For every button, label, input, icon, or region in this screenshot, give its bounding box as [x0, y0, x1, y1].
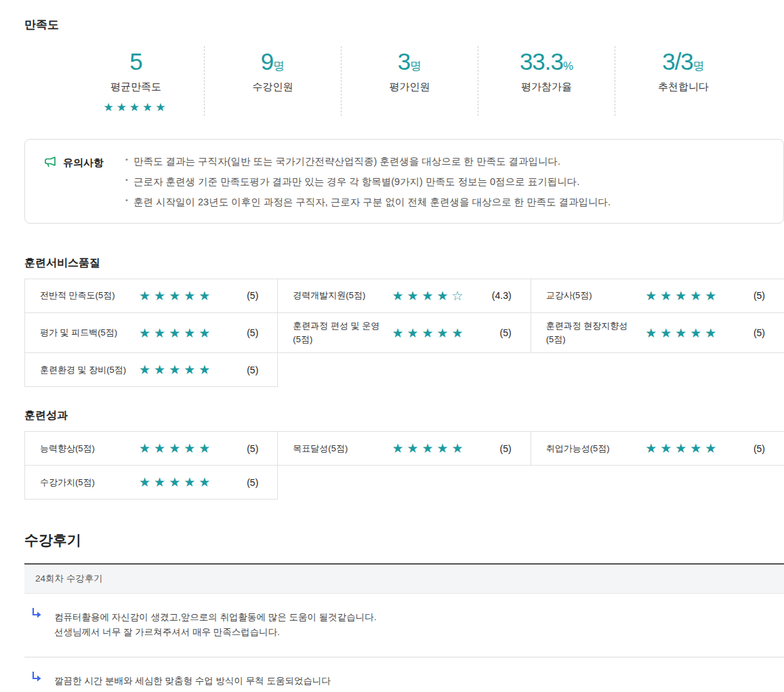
rating-label: 능력향상(5점)	[40, 442, 128, 455]
star-rating-icons: ★★★★★	[634, 325, 731, 341]
notice-title: 유의사항	[63, 157, 104, 169]
rating-cell: 훈련과정 편성 및 운영(5점) ★★★★★ (5)	[278, 313, 531, 353]
star-rating-icons: ★★★★★	[128, 474, 224, 490]
star-rating-icons: ★★★★☆	[381, 288, 477, 304]
table-row: 전반적 만족도(5점) ★★★★★ (5) 경력개발지원(5점) ★★★★☆ (…	[25, 279, 784, 313]
stat-value: 3명	[398, 49, 421, 75]
notice-item: 근로자 훈련생 기준 만족도평가 결과만 있는 경우 각 항목별(9가지) 만족…	[125, 171, 611, 192]
rating-score: (5)	[224, 290, 258, 301]
stat-label: 수강인원	[253, 81, 293, 94]
review-round-header: 24회차 수강후기	[24, 565, 784, 594]
stat-unit: 명	[273, 60, 285, 73]
rating-score: (5)	[731, 290, 765, 301]
reply-arrow-icon	[31, 607, 43, 622]
stat-number: 33.3	[520, 48, 563, 75]
rating-label: 훈련과정 현장지향성(5점)	[546, 319, 634, 346]
review-item: 깔끔한 시간 분배와 세심한 맞춤형 수업 방식이 무척 도움되었습니다	[24, 657, 784, 692]
rating-label: 교강사(5점)	[546, 289, 634, 302]
megaphone-icon	[44, 155, 58, 171]
course-satisfaction-page: 만족도 5 평균만족도 ★★★★★ 9명 수강인원 3명 평가인원	[0, 0, 784, 692]
rating-cell: 평가 및 피드백(5점) ★★★★★ (5)	[25, 313, 278, 353]
stat-number: 9	[261, 48, 273, 75]
rating-score: (5)	[224, 477, 258, 488]
stat-label: 평가참가율	[521, 81, 572, 94]
rating-cell: 훈련환경 및 장비(5점) ★★★★★ (5)	[25, 353, 278, 387]
stat-number: 3	[398, 48, 410, 75]
stat-label: 평균만족도	[110, 81, 161, 94]
rating-score: (5)	[731, 443, 765, 454]
rating-cell: 전반적 만족도(5점) ★★★★★ (5)	[25, 279, 278, 313]
star-rating-icons: ★★★★★	[128, 325, 224, 341]
rating-cell: 취업가능성(5점) ★★★★★ (5)	[531, 432, 784, 466]
rating-label: 경력개발지원(5점)	[293, 289, 381, 302]
stat-participation-rate: 33.3% 평가참가율	[478, 46, 615, 116]
notice-item: 만족도 결과는 구직자(일반 또는 국가기간전략산업직종) 훈련생을 대상으로 …	[125, 151, 611, 171]
rating-cell: 경력개발지원(5점) ★★★★☆ (4.3)	[278, 279, 531, 313]
quality-rating-table: 전반적 만족도(5점) ★★★★★ (5) 경력개발지원(5점) ★★★★☆ (…	[24, 279, 784, 387]
stat-value: 33.3%	[520, 49, 573, 75]
rating-label: 훈련환경 및 장비(5점)	[40, 363, 128, 377]
star-rating-icons: ★★★★★	[634, 288, 731, 304]
rating-cell: 목표달성(5점) ★★★★★ (5)	[278, 432, 531, 466]
rating-label: 수강가치(5점)	[40, 476, 128, 489]
star-rating-icons: ★★★★★	[128, 441, 224, 456]
rating-score: (5)	[731, 327, 765, 338]
star-rating-icons: ★★★★★	[381, 325, 477, 341]
stat-value: 9명	[261, 49, 285, 75]
empty-cell	[531, 353, 784, 387]
outcomes-section-title: 훈련성과	[24, 409, 784, 423]
table-row: 수강가치(5점) ★★★★★ (5)	[25, 466, 784, 500]
rating-score: (5)	[224, 327, 258, 338]
star-rating-icons: ★★★★★	[381, 441, 477, 456]
reviews-box: 24회차 수강후기 컴퓨터활용에 자신감이 생겼고,앞으로의 취업활동에 많은 …	[24, 563, 784, 692]
stat-average-score: 5 평균만족도 ★★★★★	[68, 46, 204, 116]
review-text: 컴퓨터활용에 자신감이 생겼고,앞으로의 취업활동에 많은 도움이 될것같습니다…	[54, 610, 770, 640]
rating-label: 평가 및 피드백(5점)	[40, 326, 128, 340]
empty-cell	[531, 466, 784, 500]
stat-unit: 명	[410, 60, 421, 73]
rating-label: 취업가능성(5점)	[546, 442, 634, 455]
table-row: 능력향상(5점) ★★★★★ (5) 목표달성(5점) ★★★★★ (5) 취업…	[25, 432, 784, 466]
rating-cell: 교강사(5점) ★★★★★ (5)	[531, 279, 784, 313]
rating-score: (5)	[478, 327, 512, 338]
rating-score: (5)	[224, 365, 258, 375]
stat-unit: 명	[693, 60, 705, 73]
quality-section-title: 훈련서비스품질	[24, 256, 784, 270]
stat-recommend-count: 3/3명 추천합니다	[615, 46, 751, 116]
empty-cell	[278, 466, 531, 500]
table-row: 훈련환경 및 장비(5점) ★★★★★ (5)	[25, 353, 784, 387]
rating-cell: 훈련과정 현장지향성(5점) ★★★★★ (5)	[531, 313, 784, 353]
rating-cell: 수강가치(5점) ★★★★★ (5)	[25, 466, 278, 500]
rating-score: (5)	[224, 443, 258, 454]
satisfaction-section-title: 만족도	[24, 17, 784, 33]
stat-enrolled-count: 9명 수강인원	[204, 46, 341, 116]
rating-label: 목표달성(5점)	[293, 442, 381, 455]
stat-unit: %	[563, 60, 573, 73]
reply-arrow-icon	[31, 671, 43, 685]
empty-cell	[278, 353, 531, 387]
rating-cell: 능력향상(5점) ★★★★★ (5)	[25, 432, 278, 466]
stat-label: 추천합니다	[658, 81, 709, 94]
notice-list: 만족도 결과는 구직자(일반 또는 국가기간전략산업직종) 훈련생을 대상으로 …	[125, 151, 611, 213]
rating-label: 훈련과정 편성 및 운영(5점)	[293, 319, 381, 346]
review-item: 컴퓨터활용에 자신감이 생겼고,앞으로의 취업활동에 많은 도움이 될것같습니다…	[24, 594, 784, 657]
outcomes-rating-table: 능력향상(5점) ★★★★★ (5) 목표달성(5점) ★★★★★ (5) 취업…	[24, 431, 784, 500]
notice-header: 유의사항	[44, 155, 125, 171]
rating-score: (5)	[478, 443, 512, 454]
notice-item: 훈련 시작일이 23년도 이후인 과정은 구직자, 근로자 구분 없이 전체 훈…	[125, 192, 611, 212]
star-rating-icons: ★★★★★	[128, 288, 224, 304]
star-rating-icons: ★★★★★	[128, 362, 224, 378]
rating-label: 전반적 만족도(5점)	[40, 289, 128, 302]
star-rating-icons: ★★★★★	[634, 441, 731, 456]
reviews-section-title: 수강후기	[24, 531, 784, 550]
stat-value: 5	[129, 49, 142, 75]
stat-evaluated-count: 3명 평가인원	[341, 46, 478, 116]
rating-score: (4.3)	[478, 290, 512, 301]
stat-number: 3/3	[662, 48, 693, 75]
table-row: 평가 및 피드백(5점) ★★★★★ (5) 훈련과정 편성 및 운영(5점) …	[25, 313, 784, 353]
stat-number: 5	[129, 48, 142, 75]
review-text: 깔끔한 시간 분배와 세심한 맞춤형 수업 방식이 무척 도움되었습니다	[54, 674, 770, 689]
stat-value: 3/3명	[662, 49, 705, 75]
notice-box: 유의사항 만족도 결과는 구직자(일반 또는 국가기간전략산업직종) 훈련생을 …	[24, 139, 784, 224]
stats-row: 5 평균만족도 ★★★★★ 9명 수강인원 3명 평가인원 33.3%	[68, 46, 751, 116]
